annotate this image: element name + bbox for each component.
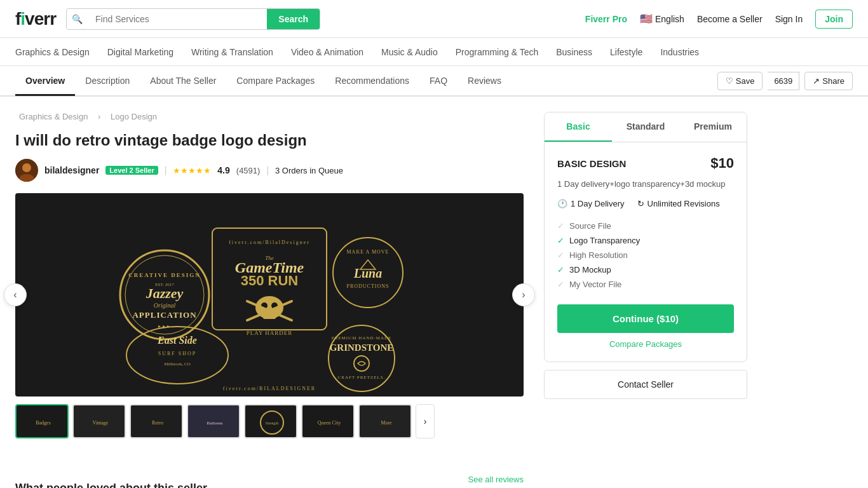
orders-queue: 3 Orders in Queue: [275, 166, 343, 175]
svg-text:fiverr.com/BilalDesigner: fiverr.com/BilalDesigner: [229, 240, 310, 245]
svg-text:Queen City: Queen City: [318, 420, 341, 426]
tab-about-seller[interactable]: About The Seller: [140, 67, 226, 96]
svg-text:PLAY HARDER: PLAY HARDER: [247, 330, 293, 336]
breadcrumb-subcat[interactable]: Logo Design: [111, 112, 157, 121]
tabs-bar: Overview Description About The Seller Co…: [0, 66, 868, 97]
header: fiverr 🔍 Search Fiverr Pro 🇺🇸 English Be…: [0, 0, 868, 38]
nav-categories: Graphics & Design Digital Marketing Writ…: [0, 38, 868, 66]
nav-cat-writing[interactable]: Writing & Translation: [191, 47, 273, 57]
tab-compare[interactable]: Compare Packages: [226, 67, 325, 96]
svg-text:Original: Original: [154, 302, 176, 309]
search-bar: 🔍 Search: [66, 8, 320, 30]
share-button[interactable]: ↗ Share: [804, 72, 853, 90]
pkg-tab-standard[interactable]: Standard: [612, 112, 679, 142]
svg-text:More: More: [381, 420, 392, 426]
nav-cat-industries[interactable]: Industries: [660, 47, 699, 57]
svg-text:PRODUCTIONS: PRODUCTIONS: [346, 283, 389, 289]
tab-description[interactable]: Description: [75, 67, 140, 96]
breadcrumb-sep: ›: [98, 112, 100, 121]
fiverr-pro-link[interactable]: Fiverr Pro: [585, 14, 627, 24]
package-body: BASIC DESIGN $10 1 Day delivery+logo tra…: [545, 142, 747, 362]
pkg-price: $10: [710, 155, 734, 172]
search-icon: 🔍: [67, 9, 88, 29]
breadcrumb: Graphics & Design › Logo Design: [15, 112, 524, 121]
breadcrumb-cat[interactable]: Graphics & Design: [19, 112, 88, 121]
rating-value: 4.9: [217, 165, 229, 175]
review-count: (4591): [236, 166, 261, 175]
gallery-prev-button[interactable]: ‹: [4, 283, 27, 306]
thumbnail-6[interactable]: Queen City: [301, 404, 355, 438]
check-icon: ✓: [557, 221, 564, 231]
pkg-description: 1 Day delivery+logo transparency+3d mock…: [557, 179, 734, 189]
save-count: 6639: [768, 72, 799, 90]
thumbnails: Badges Vintage Retro Balloons Strength Q…: [15, 404, 524, 441]
seller-info: bilaldesigner Level 2 Seller | ★★★★★ 4.9…: [15, 159, 524, 182]
save-label: Save: [736, 76, 755, 86]
svg-text:Vintage: Vintage: [93, 420, 109, 426]
main-content: Graphics & Design › Logo Design I will d…: [0, 97, 763, 488]
seller-badge: Level 2 Seller: [105, 166, 158, 175]
svg-text:Strength: Strength: [266, 421, 278, 425]
search-input[interactable]: [88, 9, 267, 29]
tab-faq[interactable]: FAQ: [419, 67, 458, 96]
check-icon: ✓: [557, 265, 564, 274]
save-button[interactable]: ♡ Save: [717, 72, 763, 90]
nav-cat-digital[interactable]: Digital Marketing: [107, 47, 173, 57]
check-icon: ✓: [557, 236, 564, 245]
sign-in-link[interactable]: Sign In: [775, 14, 803, 24]
contact-seller-button[interactable]: Contact Seller: [544, 370, 747, 399]
svg-text:Badges: Badges: [36, 420, 51, 426]
join-button[interactable]: Join: [815, 10, 853, 29]
nav-cat-graphics[interactable]: Graphics & Design: [15, 47, 90, 57]
svg-text:Balloons: Balloons: [207, 421, 223, 426]
svg-text:Millbrook, CO: Millbrook, CO: [164, 362, 191, 367]
avatar: [15, 159, 38, 182]
search-button[interactable]: Search: [267, 9, 320, 29]
feature-label: Logo Transparency: [569, 236, 640, 245]
svg-text:350 RUN: 350 RUN: [241, 273, 298, 288]
nav-cat-programming[interactable]: Programming & Tech: [456, 47, 538, 57]
nav-cat-lifestyle[interactable]: Lifestyle: [610, 47, 642, 57]
delivery-label: 1 Day Delivery: [571, 199, 625, 208]
check-icon: ✓: [557, 280, 564, 289]
reviews-section-title: What people loved about this seller: [15, 482, 207, 488]
svg-text:APPLICATION: APPLICATION: [132, 310, 196, 320]
check-icon: ✓: [557, 250, 564, 260]
svg-text:Retro: Retro: [152, 420, 163, 426]
pkg-features: ✓ Source File ✓ Logo Transparency ✓ High…: [557, 219, 734, 292]
thumbnail-7[interactable]: More: [358, 404, 412, 438]
compare-packages-link[interactable]: Compare Packages: [557, 339, 734, 349]
thumbnail-3[interactable]: Retro: [130, 404, 183, 438]
seller-name[interactable]: bilaldesigner: [44, 165, 99, 175]
svg-text:Luna: Luna: [353, 266, 382, 280]
pkg-tab-basic[interactable]: Basic: [545, 112, 612, 142]
tab-reviews[interactable]: Reviews: [458, 67, 512, 96]
gig-title: I will do retro vintage badge logo desig…: [15, 130, 524, 150]
svg-rect-21: [263, 314, 276, 319]
thumbnail-1[interactable]: Badges: [15, 404, 69, 438]
tabs-actions: ♡ Save 6639 ↗ Share: [717, 72, 853, 90]
feature-source-file: ✓ Source File: [557, 219, 734, 233]
see-all-reviews-link[interactable]: See all reviews: [468, 475, 524, 484]
feature-label: High Resolution: [569, 250, 628, 260]
continue-button[interactable]: Continue ($10): [557, 304, 734, 333]
share-label: Share: [822, 76, 844, 86]
pkg-tab-premium[interactable]: Premium: [679, 112, 747, 142]
heart-icon: ♡: [726, 76, 733, 86]
nav-cat-video[interactable]: Video & Animation: [291, 47, 363, 57]
thumbnail-2[interactable]: Vintage: [72, 404, 126, 438]
tab-overview[interactable]: Overview: [15, 67, 75, 96]
thumbnail-4[interactable]: Balloons: [187, 404, 240, 438]
become-seller-link[interactable]: Become a Seller: [697, 14, 763, 24]
language-selector[interactable]: 🇺🇸 English: [640, 13, 684, 25]
svg-text:MAKE A MOVE: MAKE A MOVE: [346, 249, 389, 255]
svg-text:East Side: East Side: [157, 335, 197, 346]
nav-cat-business[interactable]: Business: [556, 47, 592, 57]
nav-cat-music[interactable]: Music & Audio: [381, 47, 438, 57]
reviews-section-header: What people loved about this seller See …: [15, 461, 524, 488]
thumbnail-5[interactable]: Strength: [244, 404, 297, 438]
tab-recommendations[interactable]: Recommendations: [325, 67, 419, 96]
gallery-next-button[interactable]: ›: [512, 283, 535, 306]
thumbnail-next-button[interactable]: ›: [416, 404, 435, 438]
pkg-name: BASIC DESIGN: [557, 158, 626, 169]
